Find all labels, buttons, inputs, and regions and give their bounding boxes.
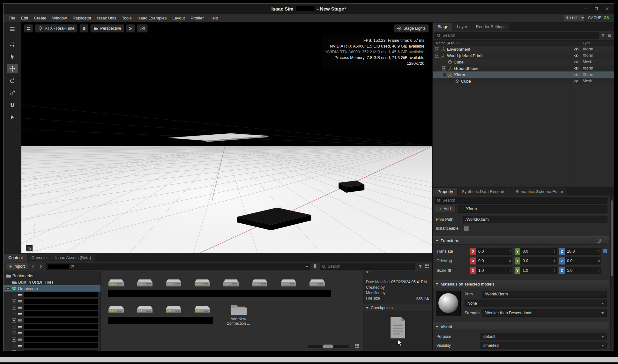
orient-x-field[interactable]: X 0.0 [470,257,512,264]
slider-thumb[interactable] [323,345,333,348]
tree-item-bookmarks[interactable]: Bookmarks [4,272,101,279]
maximize-button[interactable] [592,5,601,12]
tab-stage[interactable]: Stage [433,23,452,31]
stage-search-field[interactable] [435,32,599,39]
scale-x-field[interactable]: X 1.0 [470,267,512,274]
play-button[interactable] [7,112,18,122]
column-name-header[interactable]: Name (A to Z) [433,41,570,45]
menu-replicator[interactable]: Replicator [70,15,94,21]
content-search-field[interactable] [320,263,415,270]
stage-search-input[interactable] [443,33,596,38]
stepper-arrows[interactable] [598,269,600,272]
expand-expander-icon[interactable] [12,299,16,303]
menu-profiler[interactable]: Profiler [188,15,206,21]
drive-item[interactable] [194,276,211,290]
viewport-settings-button[interactable] [24,24,33,33]
materials-section-header[interactable]: Materials on selected models [433,280,609,288]
axis-gizmo[interactable]: Z X Y [25,224,45,244]
path-field[interactable]: :// [46,263,310,270]
drive-item[interactable] [137,276,153,290]
filter-icon[interactable] [418,264,422,269]
tree-item-omniverse[interactable]: Omniverse [4,285,101,292]
visibility-eye-icon[interactable] [570,67,582,70]
tree-item-redacted[interactable] [4,323,101,330]
translate-y-field[interactable]: Y 0.0 [515,248,557,255]
property-search-input[interactable] [443,198,605,203]
tab-layer[interactable]: Layer [453,23,472,31]
prim-path-value[interactable]: /World/Xform [463,216,607,223]
tree-item-redacted[interactable] [4,336,101,343]
visibility-dropdown[interactable]: inherited [480,342,607,349]
camera-button[interactable]: Perspective [90,24,124,33]
tree-item-redacted[interactable] [4,349,101,351]
stage-row-world[interactable]: World (defaultPrim) Xform [433,52,614,59]
scale-tool-icon[interactable] [7,88,18,98]
expand-expander-icon[interactable] [12,344,16,348]
stepper-arrows[interactable] [554,259,555,263]
add-property-button[interactable]: Add [435,205,456,213]
stepper-arrows[interactable] [554,269,555,272]
tab-property[interactable]: Property [433,188,457,196]
drive-item[interactable] [165,302,182,316]
translate-z-field[interactable]: Z 10.0 [559,248,601,255]
scale-mode-icon[interactable] [448,269,451,272]
path-history-chevron-icon[interactable] [306,266,308,267]
drive-item[interactable] [165,276,182,290]
tab-content[interactable]: Content [4,254,27,262]
renderer-button[interactable]: RTX - Real-Time [35,24,78,33]
orient-mode-icon[interactable] [449,260,452,263]
forward-button[interactable] [38,264,43,269]
tab-synthetic-data-recorder[interactable]: Synthetic Data Recorder [458,188,511,196]
tab-render-settings[interactable]: Render Settings [472,23,510,31]
purpose-dropdown[interactable]: default [480,333,607,340]
stepper-arrows[interactable] [509,250,511,253]
keyframe-button[interactable] [603,249,607,253]
expand-expander-icon[interactable] [12,350,16,351]
expand-expander-icon[interactable] [12,318,16,323]
drive-item[interactable] [108,276,124,290]
options-list-icon[interactable] [607,33,612,38]
material-dropdown[interactable]: None [465,300,607,307]
drive-item[interactable] [251,276,268,290]
visibility-eye-icon[interactable] [570,73,582,77]
menu-create[interactable]: Create [31,15,49,21]
tab-console[interactable]: Console [27,254,51,262]
hamburger-menu-icon[interactable] [7,24,18,34]
tree-item-redacted[interactable] [4,304,101,311]
property-scrollbar[interactable] [610,196,614,350]
tree-item-urdf-files[interactable]: Built In URDF Files [4,279,101,285]
grid-view-toggle-icon[interactable] [354,344,359,349]
stage-row-cube-child[interactable]: Cube Mesh [433,78,614,84]
filter-icon[interactable] [601,33,605,38]
expand-expander-icon[interactable] [12,338,16,342]
expand-expander-icon[interactable] [12,331,16,335]
import-button[interactable]: Import [6,263,28,270]
expand-expander-icon[interactable] [435,47,439,51]
move-tool-icon[interactable] [7,64,18,73]
scale-y-field[interactable]: Y 1.0 [515,267,557,274]
tree-item-redacted[interactable] [4,298,101,304]
orient-z-field[interactable]: Z 0.0 [559,257,601,264]
visibility-eye-icon[interactable] [570,60,582,64]
expand-toolbar-button[interactable] [126,24,135,33]
material-prim-value[interactable]: /World/Xform [482,291,607,298]
rotate-tool-icon[interactable] [7,76,18,85]
tab-semantics-schema-editor[interactable]: Semantics Schema Editor [511,188,568,196]
menu-help[interactable]: Help [207,15,221,21]
content-search-input[interactable] [328,264,413,269]
drive-item[interactable] [194,302,211,316]
snap-tool-icon[interactable] [7,100,18,110]
bookmark-icon[interactable] [313,264,317,269]
expand-expander-icon[interactable] [12,312,16,316]
strength-dropdown[interactable]: Weaker than Descendants [482,309,607,317]
collapse-expander-icon[interactable] [442,73,446,77]
view-options-icon[interactable] [425,264,429,269]
live-sync-button[interactable]: LIVE [564,15,585,21]
stepper-arrows[interactable] [509,259,511,263]
visibility-eye-icon[interactable] [570,79,582,83]
stage-lights-button[interactable]: Stage Lights [394,24,429,33]
live-dropdown-button[interactable] [580,15,585,21]
visibility-eye-icon[interactable] [570,48,582,51]
translate-x-field[interactable]: X 0.0 [470,248,512,255]
expand-expander-icon[interactable] [442,66,446,71]
